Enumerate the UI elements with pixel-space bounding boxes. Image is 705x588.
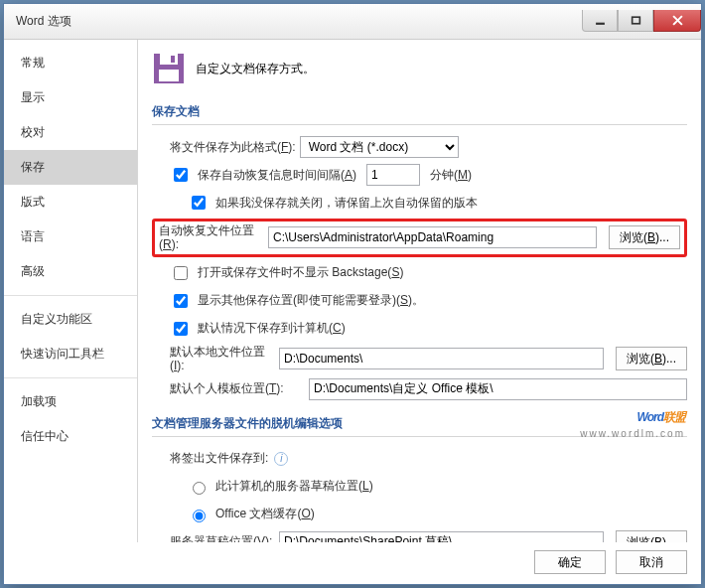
backstage-checkbox[interactable] bbox=[174, 266, 188, 280]
row-checkout-label: 将签出文件保存到: i bbox=[152, 447, 687, 471]
sidebar-separator bbox=[4, 377, 137, 378]
sidebar-item-general[interactable]: 常规 bbox=[4, 46, 137, 80]
close-button[interactable] bbox=[653, 10, 701, 32]
browse-default-button[interactable]: 浏览(B)... bbox=[616, 347, 687, 370]
autorecover-label: 自动恢复文件位置(R): bbox=[159, 223, 264, 252]
savelocal-checkbox[interactable] bbox=[174, 322, 188, 336]
sidebar-item-advanced[interactable]: 高级 bbox=[4, 254, 137, 289]
save-icon bbox=[152, 52, 186, 85]
row-other-locations: 显示其他保存位置(即使可能需要登录)(S)。 bbox=[152, 289, 687, 313]
maximize-button[interactable] bbox=[618, 10, 653, 32]
cancel-button[interactable]: 取消 bbox=[616, 550, 687, 574]
sidebar-item-trust-center[interactable]: 信任中心 bbox=[4, 419, 137, 454]
default-location-label: 默认本地文件位置(I): bbox=[170, 345, 275, 373]
template-location-label: 默认个人模板位置(T): bbox=[170, 380, 305, 397]
info-icon[interactable]: i bbox=[274, 452, 288, 466]
minimize-icon bbox=[595, 15, 606, 26]
draft-location-input[interactable] bbox=[279, 531, 604, 542]
sidebar-item-addins[interactable]: 加载项 bbox=[4, 384, 137, 419]
other-locations-label: 显示其他保存位置(即使可能需要登录)(S)。 bbox=[198, 292, 424, 309]
row-keeplast: 如果我没保存就关闭，请保留上次自动保留的版本 bbox=[152, 191, 687, 215]
autosave-label: 保存自动恢复信息时间间隔(A) bbox=[198, 167, 356, 184]
sidebar-item-proofing[interactable]: 校对 bbox=[4, 115, 137, 150]
row-autorecover-highlight: 自动恢复文件位置(R): 浏览(B)... bbox=[152, 219, 687, 257]
sidebar: 常规 显示 校对 保存 版式 语言 高级 自定义功能区 快速访问工具栏 加载项 … bbox=[4, 40, 138, 542]
keeplast-label: 如果我没保存就关闭，请保留上次自动保留的版本 bbox=[215, 195, 478, 212]
row-autosave: 保存自动恢复信息时间间隔(A) 分钟(M) bbox=[152, 163, 687, 187]
row-default-location: 默认本地文件位置(I): 浏览(B)... bbox=[152, 345, 687, 373]
row-draft-location: 服务器草稿位置(V): 浏览(B)... bbox=[152, 530, 687, 542]
section-save-docs: 保存文档 bbox=[152, 99, 687, 125]
sidebar-item-customize-ribbon[interactable]: 自定义功能区 bbox=[4, 302, 137, 337]
radio-server-drafts-label: 此计算机的服务器草稿位置(L) bbox=[215, 478, 373, 495]
template-location-input[interactable] bbox=[309, 378, 687, 400]
draft-location-label: 服务器草稿位置(V): bbox=[170, 534, 275, 542]
dialog-window: Word 选项 常规 显示 校对 保存 版式 语言 高级 自定义功能区 快速访问… bbox=[3, 3, 702, 585]
checkout-label: 将签出文件保存到: bbox=[170, 450, 268, 467]
minimize-button[interactable] bbox=[582, 10, 618, 32]
titlebar: Word 选项 bbox=[4, 4, 701, 40]
default-location-input[interactable] bbox=[279, 348, 604, 369]
svg-rect-1 bbox=[632, 17, 639, 24]
page-header-text: 自定义文档保存方式。 bbox=[196, 61, 315, 77]
backstage-label: 打开或保存文件时不显示 Backstage(S) bbox=[198, 264, 403, 281]
row-radio-cache: Office 文档缓存(O) bbox=[152, 503, 687, 526]
content-panel: 自定义文档保存方式。 保存文档 将文件保存为此格式(F): Word 文档 (*… bbox=[138, 40, 701, 542]
row-radio-drafts: 此计算机的服务器草稿位置(L) bbox=[152, 475, 687, 499]
dialog-body: 常规 显示 校对 保存 版式 语言 高级 自定义功能区 快速访问工具栏 加载项 … bbox=[4, 40, 701, 542]
sidebar-item-display[interactable]: 显示 bbox=[4, 80, 137, 115]
other-locations-checkbox[interactable] bbox=[174, 294, 188, 308]
sidebar-item-quick-access[interactable]: 快速访问工具栏 bbox=[4, 337, 137, 371]
section-offline-edit: 文档管理服务器文件的脱机编辑选项 bbox=[152, 411, 687, 437]
ok-button[interactable]: 确定 bbox=[534, 550, 606, 574]
svg-rect-7 bbox=[159, 70, 179, 81]
row-template-location: 默认个人模板位置(T): bbox=[152, 377, 687, 401]
browse-autorecover-button[interactable]: 浏览(B)... bbox=[609, 225, 680, 249]
autorecover-path-input[interactable] bbox=[268, 226, 597, 248]
radio-office-cache-label: Office 文档缓存(O) bbox=[215, 506, 315, 522]
sidebar-separator bbox=[4, 295, 137, 296]
savelocal-label: 默认情况下保存到计算机(C) bbox=[198, 320, 346, 337]
autosave-checkbox[interactable] bbox=[174, 168, 188, 182]
page-header: 自定义文档保存方式。 bbox=[152, 52, 687, 85]
dialog-footer: 确定 取消 bbox=[534, 550, 687, 574]
radio-office-cache[interactable] bbox=[193, 510, 206, 522]
close-icon bbox=[672, 15, 683, 26]
sidebar-item-save[interactable]: 保存 bbox=[4, 150, 137, 185]
radio-server-drafts[interactable] bbox=[193, 482, 206, 495]
window-title: Word 选项 bbox=[16, 13, 71, 30]
svg-rect-6 bbox=[171, 56, 175, 63]
format-combo[interactable]: Word 文档 (*.docx) bbox=[300, 136, 459, 158]
svg-rect-5 bbox=[160, 54, 178, 65]
sidebar-item-layout[interactable]: 版式 bbox=[4, 185, 137, 220]
minutes-label: 分钟(M) bbox=[430, 167, 472, 184]
sidebar-item-language[interactable]: 语言 bbox=[4, 220, 137, 254]
browse-draft-button[interactable]: 浏览(B)... bbox=[616, 530, 687, 542]
format-label: 将文件保存为此格式(F): bbox=[170, 139, 296, 156]
maximize-icon bbox=[631, 15, 641, 26]
row-backstage: 打开或保存文件时不显示 Backstage(S) bbox=[152, 261, 687, 285]
row-savelocal: 默认情况下保存到计算机(C) bbox=[152, 317, 687, 341]
autosave-interval-input[interactable] bbox=[366, 164, 420, 186]
row-format: 将文件保存为此格式(F): Word 文档 (*.docx) bbox=[152, 135, 687, 159]
window-buttons bbox=[582, 11, 701, 33]
keeplast-checkbox[interactable] bbox=[192, 196, 206, 210]
